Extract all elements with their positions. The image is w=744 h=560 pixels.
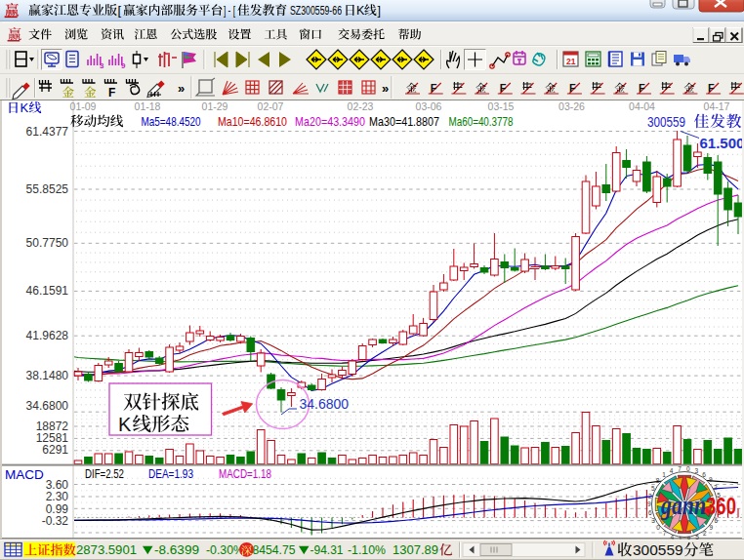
svg-text:8: 8 xyxy=(656,477,660,484)
svg-text:9: 9 xyxy=(121,61,126,70)
svg-text:01-09: 01-09 xyxy=(70,100,97,112)
svg-text:gann: gann xyxy=(660,490,706,520)
svg-text:34.6800: 34.6800 xyxy=(26,399,69,413)
svg-text:9: 9 xyxy=(709,524,713,531)
svg-text:F: F xyxy=(569,82,576,94)
svg-text:4: 4 xyxy=(670,467,674,474)
svg-text:K: K xyxy=(118,414,132,435)
svg-text:3: 3 xyxy=(100,61,104,70)
svg-text:300559: 300559 xyxy=(633,541,683,558)
svg-text:Ma30=41.8807: Ma30=41.8807 xyxy=(369,114,439,129)
svg-text:55.8525: 55.8525 xyxy=(26,182,69,196)
svg-text:]: ] xyxy=(378,4,381,18)
svg-text:-8.6399: -8.6399 xyxy=(154,542,199,557)
svg-text:] - [: ] - [ xyxy=(224,3,235,18)
svg-text:-0.32: -0.32 xyxy=(42,514,69,528)
svg-text:1: 1 xyxy=(662,471,666,478)
svg-text:2: 2 xyxy=(703,530,707,537)
svg-text:5: 5 xyxy=(695,534,699,540)
svg-text:MACD=1.18: MACD=1.18 xyxy=(219,466,271,481)
svg-text:0: 0 xyxy=(656,524,660,531)
svg-text:F: F xyxy=(500,82,507,94)
svg-text:6: 6 xyxy=(702,471,706,478)
svg-text:DEA=1.93: DEA=1.93 xyxy=(148,466,193,481)
svg-text:50.7750: 50.7750 xyxy=(26,236,69,250)
svg-text:K: K xyxy=(21,100,29,115)
svg-text:03-06: 03-06 xyxy=(416,100,442,112)
svg-text:46.1591: 46.1591 xyxy=(26,284,69,298)
svg-text:-94.31: -94.31 xyxy=(310,542,344,557)
svg-text:2: 2 xyxy=(714,484,718,491)
svg-text:F: F xyxy=(708,82,715,94)
svg-text:F: F xyxy=(431,82,437,94)
svg-text:04-04: 04-04 xyxy=(629,100,655,112)
svg-text:41.9628: 41.9628 xyxy=(26,329,69,342)
svg-text:MACD: MACD xyxy=(5,467,44,482)
svg-text:[: [ xyxy=(118,3,122,18)
svg-text:01-18: 01-18 xyxy=(135,100,161,112)
svg-text:6291: 6291 xyxy=(42,443,68,457)
svg-text:SZ300559-66: SZ300559-66 xyxy=(290,4,342,18)
svg-text:Ma5=48.4520: Ma5=48.4520 xyxy=(142,114,201,129)
svg-text:9: 9 xyxy=(647,500,651,507)
svg-text:9: 9 xyxy=(709,476,713,483)
svg-text:2: 2 xyxy=(648,493,652,500)
svg-text:Ma60=40.3778: Ma60=40.3778 xyxy=(449,114,514,129)
svg-text:-1.10%: -1.10% xyxy=(348,542,386,557)
svg-text:6: 6 xyxy=(648,509,652,516)
svg-text:61.5000: 61.5000 xyxy=(700,135,744,151)
svg-text:»: » xyxy=(178,81,185,96)
svg-text:360: 360 xyxy=(706,493,736,519)
svg-text:K: K xyxy=(356,4,365,18)
svg-text:F: F xyxy=(639,82,645,94)
svg-text:4: 4 xyxy=(670,534,674,540)
svg-text:5: 5 xyxy=(651,485,655,492)
svg-text:»: » xyxy=(382,81,389,96)
svg-text:3: 3 xyxy=(694,467,698,474)
svg-text:7: 7 xyxy=(678,465,682,472)
svg-text:21: 21 xyxy=(566,57,576,66)
svg-text:-0.30%: -0.30% xyxy=(206,542,244,557)
svg-text:02-23: 02-23 xyxy=(348,100,374,112)
svg-text:03-26: 03-26 xyxy=(558,100,585,112)
svg-text:Ma10=46.8610: Ma10=46.8610 xyxy=(218,114,287,129)
svg-text:DIF=2.52: DIF=2.52 xyxy=(85,466,124,481)
svg-text:2873.5901: 2873.5901 xyxy=(76,542,137,557)
svg-text:F: F xyxy=(108,86,115,100)
svg-text:04-17: 04-17 xyxy=(704,100,730,112)
svg-text:34.6800: 34.6800 xyxy=(300,396,350,412)
svg-text:0: 0 xyxy=(686,465,690,472)
svg-text:02-07: 02-07 xyxy=(258,100,284,112)
svg-text:300559: 300559 xyxy=(647,113,685,130)
svg-text:7: 7 xyxy=(663,530,667,537)
svg-text:1307.89: 1307.89 xyxy=(393,542,438,557)
svg-text:Ma20=43.3490: Ma20=43.3490 xyxy=(295,114,365,129)
svg-text:61.4377: 61.4377 xyxy=(26,125,69,139)
svg-text:3: 3 xyxy=(651,517,655,524)
svg-text:38.1480: 38.1480 xyxy=(26,369,69,382)
svg-text:03-15: 03-15 xyxy=(488,100,515,112)
svg-text:8454.75: 8454.75 xyxy=(253,542,296,557)
svg-text:01-29: 01-29 xyxy=(202,100,228,112)
